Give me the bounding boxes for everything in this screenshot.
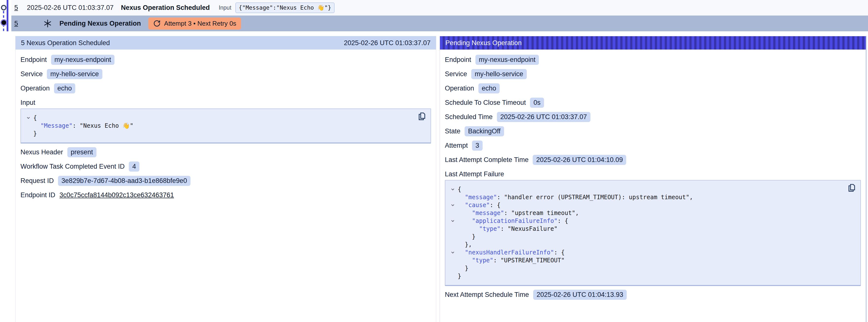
copy-icon[interactable] [417,112,427,122]
code-text: } [33,130,37,137]
pending-asterisk-icon [43,19,53,28]
field-label: Next Attempt Schedule Time [445,291,529,298]
collapse-chevron-icon[interactable] [448,249,458,256]
code-text: "Message": "Nexus Echo 👋" [33,122,133,130]
pending-fields-2: Next Attempt Schedule Time2025-02-26 UTC… [445,289,861,300]
collapse-chevron-icon[interactable] [24,114,33,122]
field-row: Nexus Headerpresent [21,147,431,158]
timeline-node-open-icon [1,5,6,10]
code-line: } [448,272,845,280]
code-line: "cause": { [448,201,845,209]
collapse-chevron-icon[interactable] [448,201,458,209]
code-line: "message": "upstream timeout", [448,209,845,217]
field-label: Attempt [445,142,468,150]
field-label: State [445,127,460,135]
field-row: Workflow Task Completed Event ID4 [21,161,431,172]
pending-panel-header-title: Pending Nexus Operation [445,39,522,47]
collapse-chevron-icon[interactable] [448,185,458,193]
field-row: Attempt3 [445,140,861,151]
code-text: { [458,185,461,193]
code-gutter [448,233,458,240]
field-value-badge: echo [478,83,500,93]
pending-panel-header: Pending Nexus Operation [440,36,866,50]
code-text: } [458,264,468,272]
field-label: Nexus Header [21,149,63,156]
code-line: } [448,233,845,240]
field-value-badge: 2025-02-26 UTC 01:03:37.07 [497,112,590,122]
field-row: Schedule To Close Timeout0s [445,97,861,108]
field-value-badge: 0s [530,98,544,108]
event-detail-fields-2: Nexus HeaderpresentWorkflow Task Complet… [21,147,431,201]
input-json-lines: { "Message": "Nexus Echo 👋"} [24,114,416,137]
field-value-badge: BackingOff [465,126,504,136]
code-gutter [448,264,458,272]
code-text: "applicationFailureInfo": { [458,217,568,225]
event-id-link[interactable]: 5 [14,4,18,11]
code-text: "message": "upstream timeout", [458,209,579,217]
timeline-node-current-icon [1,20,6,25]
field-row: Endpoint ID3c0c75ccfa8144b092c13ce632463… [21,190,431,201]
pending-operation-panel: Pending Nexus Operation Endpointmy-nexus… [440,36,867,322]
field-row: Operationecho [445,83,861,94]
field-value-badge: my-hello-service [47,69,102,79]
pending-id-link[interactable]: 5 [14,20,18,27]
field-row: Endpointmy-nexus-endpoint [445,54,861,65]
code-text: } [458,272,461,280]
code-text: { [33,114,37,122]
field-value-link[interactable]: 3c0c75ccfa8144b092c13ce632463761 [59,191,174,199]
field-value-badge: echo [54,83,75,93]
event-row-pending-selected[interactable]: 5 Pending Nexus Operation Attempt 3 • Ne… [11,15,868,31]
collapse-chevron-icon[interactable] [448,217,458,225]
event-detail-header: 5 Nexus Operation Scheduled 2025-02-26 U… [16,36,436,50]
field-value-badge: my-nexus-endpoint [475,55,539,65]
field-value-badge: 3 [472,140,483,151]
code-text: "nexusHandlerFailureInfo": { [458,249,565,256]
timeline-active-bar [7,0,8,31]
code-gutter [448,193,458,201]
event-detail-header-title: 5 Nexus Operation Scheduled [21,39,110,47]
code-gutter [448,256,458,264]
field-value-badge: 2025-02-26 UTC 01:04:10.09 [533,155,626,165]
code-text: "type": "NexusFailure" [458,225,558,233]
field-row: Servicemy-hello-service [445,68,861,79]
field-label: Operation [445,85,474,92]
code-text: }, [458,240,472,249]
event-title: Nexus Operation Scheduled [121,4,210,11]
event-detail-header-timestamp: 2025-02-26 UTC 01:03:37.07 [344,39,431,47]
code-gutter [24,122,33,130]
event-detail-fields: Endpointmy-nexus-endpointServicemy-hello… [21,54,431,94]
field-row: Scheduled Time2025-02-26 UTC 01:03:37.07 [445,111,861,123]
failure-section-label: Last Attempt Failure [445,170,861,178]
field-value-badge: 3e829b7e-7d67-4b08-aad3-b1e868bfe9e0 [58,176,190,186]
event-input-value-badge: {"Message":"Nexus Echo 👋"} [236,2,335,13]
event-input-label: Input [219,4,231,11]
code-gutter [24,130,33,137]
event-detail-panel: 5 Nexus Operation Scheduled 2025-02-26 U… [15,36,436,322]
field-label: Last Attempt Complete Time [445,156,528,164]
retry-badge-label: Attempt 3 • Next Retry 0s [164,20,236,27]
code-text: "cause": { [458,201,500,209]
code-line: "Message": "Nexus Echo 👋" [24,122,416,130]
code-gutter [448,240,458,249]
field-value-badge: 2025-02-26 UTC 01:04:13.93 [533,290,627,300]
code-gutter [448,225,458,233]
pending-fields: Endpointmy-nexus-endpointServicemy-hello… [445,54,861,165]
field-label: Endpoint [445,56,471,64]
input-section-label: Input [21,99,431,106]
field-row: Operationecho [21,83,431,94]
code-line: } [24,130,416,137]
retry-badge: Attempt 3 • Next Retry 0s [148,18,241,30]
field-label: Endpoint [21,56,47,64]
field-value-badge: 4 [129,161,140,171]
field-row: Request ID3e829b7e-7d67-4b08-aad3-b1e868… [21,175,431,186]
code-line: "nexusHandlerFailureInfo": { [448,249,845,256]
copy-icon[interactable] [846,184,857,193]
failure-json-block: { "message": "handler error (UPSTREAM_TI… [445,180,861,286]
event-row-scheduled[interactable]: 5 2025-02-26 UTC 01:03:37.07 Nexus Opera… [11,0,868,15]
field-label: Operation [21,85,50,92]
field-label: Endpoint ID [21,191,55,199]
field-label: Request ID [21,177,54,185]
code-line: "message": "handler error (UPSTREAM_TIME… [448,193,845,201]
pending-title: Pending Nexus Operation [59,20,141,27]
field-value-badge: my-hello-service [471,69,527,79]
